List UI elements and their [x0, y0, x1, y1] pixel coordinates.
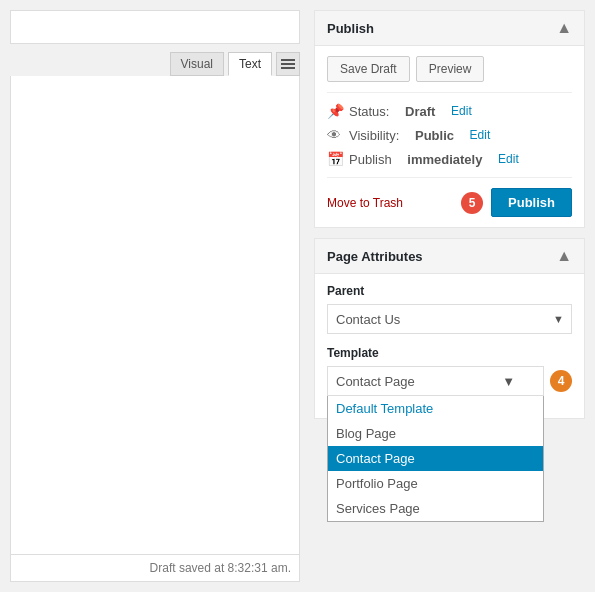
template-row: Contact Page ▼ Default Template Blog Pag… — [327, 366, 572, 396]
tab-visual[interactable]: Visual — [170, 52, 224, 76]
move-to-trash-link[interactable]: Move to Trash — [327, 196, 403, 210]
publish-widget-title: Publish — [327, 21, 374, 36]
calendar-icon: 📅 — [327, 151, 343, 167]
template-label: Template — [327, 346, 572, 360]
editor-area[interactable] — [10, 76, 300, 555]
template-group: Template Contact Page ▼ Default Template… — [327, 346, 572, 396]
template-dropdown-wrapper: Contact Page ▼ Default Template Blog Pag… — [327, 366, 544, 396]
publish-button[interactable]: Publish — [491, 188, 572, 217]
page-attributes-body: Parent Contact Us ▼ Template Contact Pag… — [315, 274, 584, 418]
publish-badge: 5 — [461, 192, 483, 214]
editor-toolbar: Visual Text — [10, 52, 300, 76]
dropdown-item-default[interactable]: Default Template — [328, 396, 543, 421]
svg-rect-2 — [281, 67, 295, 69]
editor-content[interactable] — [11, 76, 299, 396]
visibility-row: 👁 Visibility: Public Edit — [327, 127, 572, 143]
draft-saved-notice: Draft saved at 8:32:31 am. — [10, 555, 300, 582]
publish-meta: 📌 Status: Draft Edit 👁 Visibility: Publi… — [327, 92, 572, 167]
dropdown-item-services[interactable]: Services Page — [328, 496, 543, 521]
parent-group: Parent Contact Us ▼ — [327, 284, 572, 334]
publish-right: 5 Publish — [461, 188, 572, 217]
template-selected-value: Contact Page — [336, 374, 415, 389]
dropdown-item-blog[interactable]: Blog Page — [328, 421, 543, 446]
status-label: Status: — [349, 104, 389, 119]
preview-button[interactable]: Preview — [416, 56, 485, 82]
publish-widget-toggle[interactable]: ▲ — [556, 19, 572, 37]
page-attributes-widget: Page Attributes ▲ Parent Contact Us ▼ Te… — [314, 238, 585, 419]
visibility-label: Visibility: — [349, 128, 399, 143]
dropdown-item-contact[interactable]: Contact Page — [328, 446, 543, 471]
publish-time-label: Publish — [349, 152, 392, 167]
parent-select[interactable]: Contact Us — [327, 304, 572, 334]
publish-time-edit-link[interactable]: Edit — [498, 152, 519, 166]
save-draft-button[interactable]: Save Draft — [327, 56, 410, 82]
publish-widget: Publish ▲ Save Draft Preview 📌 Status: D… — [314, 10, 585, 228]
status-value: Draft — [405, 104, 435, 119]
publish-widget-body: Save Draft Preview 📌 Status: Draft Edit … — [315, 46, 584, 227]
template-dropdown-list: Default Template Blog Page Contact Page … — [327, 396, 544, 522]
page-attributes-toggle[interactable]: ▲ — [556, 247, 572, 265]
status-row: 📌 Status: Draft Edit — [327, 103, 572, 119]
dropdown-item-portfolio[interactable]: Portfolio Page — [328, 471, 543, 496]
publish-time-value: immediately — [407, 152, 482, 167]
publish-time-row: 📅 Publish immediately Edit — [327, 151, 572, 167]
page-attributes-title: Page Attributes — [327, 249, 423, 264]
template-dropdown-arrow: ▼ — [502, 374, 515, 389]
template-badge: 4 — [550, 370, 572, 392]
left-panel: Visual Text Draft saved at 8:32:31 am. — [0, 0, 310, 592]
parent-label: Parent — [327, 284, 572, 298]
visibility-edit-link[interactable]: Edit — [470, 128, 491, 142]
publish-footer: Move to Trash 5 Publish — [327, 177, 572, 217]
visibility-value: Public — [415, 128, 454, 143]
right-panel: Publish ▲ Save Draft Preview 📌 Status: D… — [310, 0, 595, 592]
template-dropdown-trigger[interactable]: Contact Page ▼ — [327, 366, 544, 396]
parent-select-wrapper: Contact Us ▼ — [327, 304, 572, 334]
status-edit-link[interactable]: Edit — [451, 104, 472, 118]
tab-text[interactable]: Text — [228, 52, 272, 76]
svg-rect-0 — [281, 59, 295, 61]
visibility-icon: 👁 — [327, 127, 343, 143]
page-attributes-header: Page Attributes ▲ — [315, 239, 584, 274]
publish-actions: Save Draft Preview — [327, 56, 572, 82]
kitchen-sink-icon[interactable] — [276, 52, 300, 76]
title-input[interactable] — [10, 10, 300, 44]
svg-rect-1 — [281, 63, 295, 65]
status-icon: 📌 — [327, 103, 343, 119]
publish-widget-header: Publish ▲ — [315, 11, 584, 46]
